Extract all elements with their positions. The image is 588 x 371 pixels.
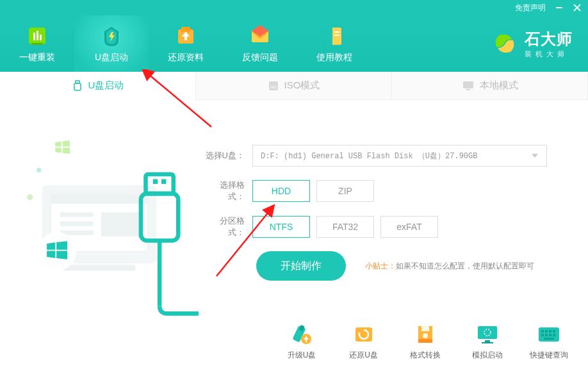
nav-label: U盘启动	[95, 52, 128, 63]
svg-rect-5	[37, 31, 38, 40]
tab-label: U盘启动	[88, 79, 124, 92]
svg-point-49	[423, 333, 428, 338]
action-label: 模拟启动	[472, 350, 503, 361]
upgrade-usb-icon	[290, 323, 313, 346]
usb-illustration	[0, 113, 199, 318]
nav-label: 使用教程	[316, 52, 352, 63]
svg-rect-37	[161, 179, 167, 185]
action-upgrade-usb[interactable]: 升级U盘	[275, 323, 328, 361]
config-form: 选择U盘： D:F: (hd1) General USB Flash Disk …	[204, 145, 562, 293]
restore-usb-icon	[352, 323, 375, 346]
start-button[interactable]: 开始制作	[256, 251, 346, 281]
bottom-actions: 升级U盘 还原U盘 格式转换 模拟启动	[275, 323, 575, 361]
svg-rect-22	[463, 81, 473, 88]
feedback-icon	[248, 24, 272, 48]
action-format-convert[interactable]: 格式转换	[399, 323, 452, 361]
chevron-down-icon	[531, 152, 539, 160]
nav-label: 一键重装	[19, 52, 55, 63]
tab-label: 本地模式	[480, 79, 518, 92]
local-icon	[462, 80, 475, 92]
action-simulate-boot[interactable]: 模拟启动	[461, 323, 514, 361]
svg-rect-60	[545, 334, 548, 336]
nav-label: 还原资料	[168, 52, 204, 63]
action-label: 快捷键查询	[530, 350, 568, 361]
svg-rect-16	[334, 31, 339, 33]
usb-select-value: D:F: (hd1) General USB Flash Disk （U盘）27…	[261, 151, 477, 161]
tab-local-mode[interactable]: 本地模式	[392, 72, 588, 100]
partition-opt-ntfs[interactable]: NTFS	[252, 216, 310, 238]
main-nav: 一键重装 U盘启动 还原资料 反馈问题 使用教程	[0, 15, 588, 72]
partition-opt-fat32[interactable]: FAT32	[316, 216, 374, 238]
svg-rect-50	[478, 326, 497, 339]
svg-rect-30	[101, 212, 140, 236]
svg-rect-61	[549, 334, 551, 336]
svg-point-33	[37, 168, 42, 173]
select-usb-label: 选择U盘：	[204, 150, 245, 161]
iso-icon: ISO	[268, 80, 279, 92]
tab-label: ISO模式	[284, 79, 320, 92]
nav-label: 反馈问题	[242, 52, 278, 63]
partition-label: 分区格式：	[204, 215, 245, 238]
svg-rect-48	[421, 326, 429, 331]
svg-rect-26	[51, 194, 148, 204]
tutorial-icon	[322, 24, 347, 48]
action-label: 格式转换	[410, 350, 441, 361]
disclaimer-link[interactable]: 免责声明	[515, 3, 546, 13]
tip-text: 小贴士：如果不知道怎么配置，使用默认配置即可	[365, 261, 534, 272]
action-label: 升级U盘	[288, 350, 316, 361]
format-opt-zip[interactable]: ZIP	[316, 180, 374, 202]
svg-rect-7	[31, 43, 43, 45]
mode-tabs: U盘启动 ISO ISO模式 本地模式	[0, 72, 588, 100]
format-opt-hdd[interactable]: HDD	[252, 180, 310, 202]
svg-rect-57	[549, 330, 551, 333]
svg-text:ISO: ISO	[270, 85, 277, 89]
svg-rect-63	[544, 338, 554, 340]
brand-title: 石大师	[525, 29, 573, 49]
nav-feedback[interactable]: 反馈问题	[223, 15, 297, 72]
svg-rect-53	[482, 342, 493, 343]
tip-lead: 小贴士：	[365, 261, 396, 270]
nav-usb-boot[interactable]: U盘启动	[74, 15, 149, 72]
restore-icon	[174, 24, 198, 48]
hotkey-icon	[537, 323, 560, 346]
svg-rect-31	[63, 265, 136, 270]
nav-reinstall[interactable]: 一键重装	[0, 15, 74, 72]
svg-rect-52	[485, 340, 490, 342]
action-label: 还原U盘	[349, 350, 378, 361]
nav-tutorial[interactable]: 使用教程	[297, 15, 372, 72]
svg-rect-47	[418, 339, 432, 343]
usb-select[interactable]: D:F: (hd1) General USB Flash Disk （U盘）27…	[252, 145, 547, 167]
svg-rect-59	[541, 334, 544, 336]
nav-restore[interactable]: 还原资料	[149, 15, 223, 72]
svg-rect-27	[60, 212, 94, 217]
tab-iso-mode[interactable]: ISO ISO模式	[196, 72, 392, 100]
svg-rect-36	[153, 179, 158, 185]
reinstall-icon	[25, 24, 49, 48]
svg-rect-62	[553, 334, 555, 336]
svg-rect-58	[553, 330, 555, 333]
svg-rect-17	[334, 35, 339, 36]
svg-rect-10	[181, 27, 190, 32]
partition-opt-exfat[interactable]: exFAT	[380, 216, 438, 238]
svg-rect-55	[541, 330, 544, 333]
brand-icon	[491, 30, 518, 57]
svg-marker-39	[532, 154, 538, 158]
action-restore-usb[interactable]: 还原U盘	[338, 323, 390, 361]
svg-rect-6	[40, 35, 42, 40]
svg-point-34	[27, 194, 33, 200]
svg-rect-23	[466, 89, 470, 90]
title-bar: 免责声明	[0, 0, 588, 15]
tab-usb-boot[interactable]: U盘启动	[0, 72, 196, 100]
minimize-button[interactable]	[555, 3, 564, 12]
format-convert-icon	[414, 323, 437, 346]
usb-boot-icon	[99, 24, 124, 48]
action-hotkey-query[interactable]: 快捷键查询	[523, 323, 575, 361]
svg-rect-56	[545, 330, 548, 333]
svg-rect-28	[60, 221, 94, 226]
svg-rect-4	[33, 33, 35, 40]
close-button[interactable]	[573, 3, 582, 12]
usb-icon	[72, 80, 83, 92]
simulate-boot-icon	[476, 323, 499, 346]
brand-subtitle: 装机大师	[525, 49, 573, 59]
brand: 石大师 装机大师	[476, 15, 588, 72]
